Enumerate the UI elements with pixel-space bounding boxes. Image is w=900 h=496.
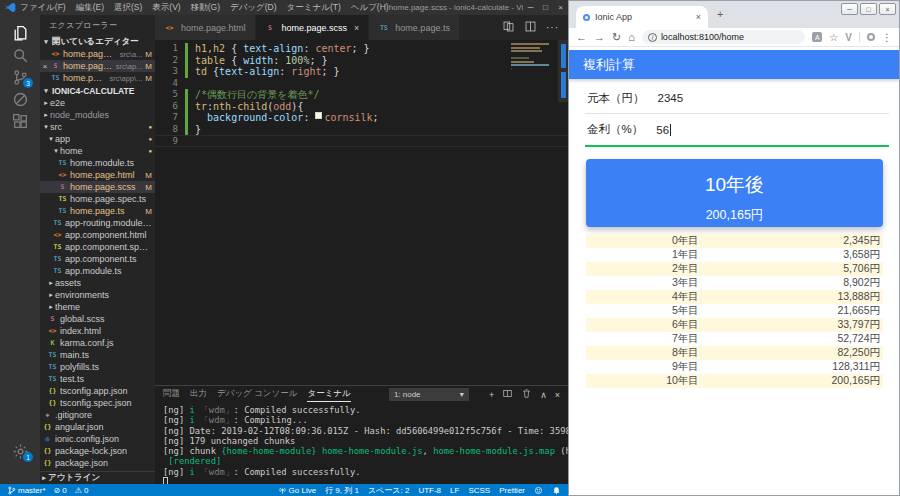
open-changes-icon[interactable] [502,19,515,37]
close-icon[interactable]: × [879,3,896,15]
translate-icon[interactable]: A [812,32,822,42]
principal-input[interactable]: 2345 [658,92,684,104]
rate-input[interactable]: 56 [656,124,671,136]
statusbar-item[interactable]: 行 9, 列 1 [325,485,359,496]
tree-file[interactable]: {}angular.json [40,421,155,433]
tree-file[interactable]: <>app.component.html [40,229,155,241]
panel-tab[interactable]: デバッグ コンソール [217,388,297,402]
tree-file[interactable]: Shome.page.scssM [40,181,155,193]
tree-file[interactable]: TShome.page.spec.ts [40,193,155,205]
tree-file[interactable]: TStest.ts [40,373,155,385]
forward-icon[interactable]: → [594,32,605,43]
home-icon[interactable]: ⌂ [628,32,635,43]
tree-file[interactable]: Sglobal.scss [40,313,155,325]
activitybar-explorer[interactable] [0,22,40,44]
statusbar-item[interactable]: Prettier [499,486,525,495]
split-terminal-icon[interactable] [502,388,513,401]
tree-file[interactable]: Kkarma.conf.js [40,337,155,349]
close-icon[interactable]: × [553,3,568,12]
tree-file[interactable]: TSmain.ts [40,349,155,361]
tree-folder[interactable]: ▸assets [40,277,155,289]
tree-file[interactable]: {}package-lock.json [40,445,155,457]
statusbar-item[interactable] [534,486,543,495]
panel-tab[interactable]: 出力 [190,388,207,402]
extension-o-icon[interactable] [867,33,875,41]
tree-file[interactable]: {}tsconfig.app.json [40,385,155,397]
more-actions-icon[interactable]: ··· [546,22,559,33]
new-terminal-icon[interactable]: + [489,390,494,400]
kill-terminal-icon[interactable] [521,388,532,401]
site-info-icon[interactable]: i [648,33,657,42]
tree-folder[interactable]: ▸e2e [40,97,155,109]
panel-tab[interactable]: ターミナル [307,388,350,402]
panel-tab[interactable]: 問題 [163,388,180,402]
browser-tab[interactable]: Ionic App × [576,6,708,28]
maximize-panel-icon[interactable]: ∧ [540,390,547,400]
tree-file[interactable]: ◆.gitignore [40,409,155,421]
tree-file[interactable]: ◎ionic.config.json [40,433,155,445]
tree-file[interactable]: TSapp.component.spec.ts [40,241,155,253]
principal-input-item[interactable]: 元本（円） 2345 [585,83,889,114]
project-header[interactable]: ▾ IONIC4-CALCULATE [40,84,155,97]
open-editor-item[interactable]: ×Shome.page.scsssrc\ap...M [40,60,155,72]
maximize-icon[interactable]: □ [860,3,877,15]
statusbar-item[interactable]: master* [7,486,46,495]
tree-folder[interactable]: ▾home● [40,145,155,157]
statusbar-item[interactable]: SCSS [468,486,490,495]
minimize-icon[interactable]: ─ [841,3,858,15]
activitybar-source-control[interactable]: 3 [0,66,40,88]
split-editor-icon[interactable] [524,19,537,37]
tree-folder[interactable]: ▸environments [40,289,155,301]
activitybar-extensions[interactable] [0,110,40,132]
tree-folder[interactable]: ▸node_modules [40,109,155,121]
menu-item[interactable]: デバッグ(D) [230,2,277,14]
editor-tab[interactable]: Shome.page.scss× [256,15,370,40]
tree-file[interactable]: <>index.html [40,325,155,337]
tree-file[interactable]: TShome.module.ts [40,157,155,169]
tree-file[interactable]: TSapp.module.ts [40,265,155,277]
menu-item[interactable]: 移動(G) [191,2,220,14]
minimap[interactable] [511,43,555,75]
statusbar-item[interactable]: UTF-8 [418,486,441,495]
extension-v-icon[interactable]: V [845,32,852,43]
close-panel-icon[interactable]: × [555,390,560,400]
statusbar-item[interactable]: Go Live [278,486,317,495]
close-icon[interactable]: × [40,62,50,71]
menu-item[interactable]: ターミナル(T) [287,2,341,14]
tree-folder[interactable]: ▸theme [40,301,155,313]
statusbar-item[interactable]: スペース: 2 [368,485,409,496]
tree-file[interactable]: {}tsconfig.spec.json [40,397,155,409]
editor-tab[interactable]: <>home.page.html [155,15,256,40]
editor-tab[interactable]: TShome.page.ts [369,15,460,40]
reload-icon[interactable]: ↻ [612,32,621,43]
terminal-output[interactable]: [ng] i 「wdm」: Compiled successfully.[ng]… [155,403,568,484]
statusbar-item[interactable]: LF [450,486,459,495]
statusbar-item[interactable] [552,486,561,495]
open-editor-item[interactable]: TShome.page.tssrc\app\...M [40,72,155,84]
statusbar-item[interactable]: ⚠0 [75,486,89,495]
statusbar-item[interactable]: ⊘0 [54,486,67,495]
outline-header[interactable]: ▸ アウトライン [40,471,155,484]
tree-file[interactable]: TSapp-routing.module.ts [40,217,155,229]
close-icon[interactable]: × [354,23,359,33]
tree-file[interactable]: TSpolyfills.ts [40,361,155,373]
back-icon[interactable]: ← [576,32,587,43]
menu-item[interactable]: 選択(S) [114,2,142,14]
browser-menu-icon[interactable]: ⋮ [882,32,892,43]
tab-close-icon[interactable]: × [696,12,701,22]
menu-item[interactable]: ヘルプ(H) [351,2,389,14]
code-editor[interactable]: 1h1,h2 { text-align: center; }2table { w… [155,40,568,385]
tree-file[interactable]: TSapp.component.ts [40,253,155,265]
tree-file[interactable]: {}package.json [40,457,155,469]
activitybar-search[interactable] [0,44,40,66]
menu-item[interactable]: 表示(V) [152,2,180,14]
bookmark-star-icon[interactable]: ☆ [829,32,838,43]
tree-folder[interactable]: ▾src● [40,121,155,133]
address-bar[interactable]: i localhost:8100/home [642,30,805,44]
activitybar-settings[interactable]: 1 [0,440,40,462]
menu-item[interactable]: ファイル(F) [20,2,66,14]
rate-input-item[interactable]: 金利（%） 56 [585,114,889,145]
tree-folder[interactable]: ▾app● [40,133,155,145]
terminal-selector[interactable]: 1: node ▾ [389,388,469,401]
minimize-icon[interactable]: ─ [523,3,538,12]
